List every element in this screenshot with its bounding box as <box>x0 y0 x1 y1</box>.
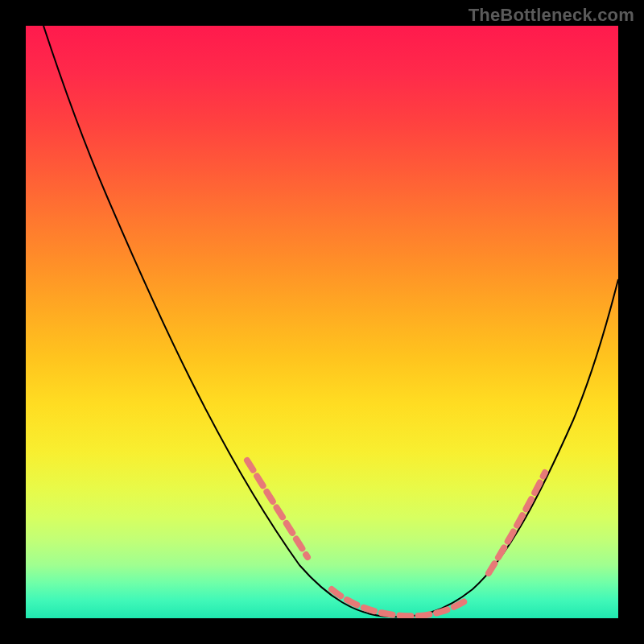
watermark-label: TheBottleneck.com <box>469 5 634 26</box>
bottleneck-curve <box>43 26 618 617</box>
bottleneck-curve-svg <box>26 26 618 618</box>
left-highlight-dash <box>247 460 308 557</box>
plot-area <box>26 26 618 618</box>
right-highlight-dash <box>489 473 545 573</box>
chart-frame: TheBottleneck.com <box>0 0 644 644</box>
valley-highlight-dash <box>332 589 469 616</box>
